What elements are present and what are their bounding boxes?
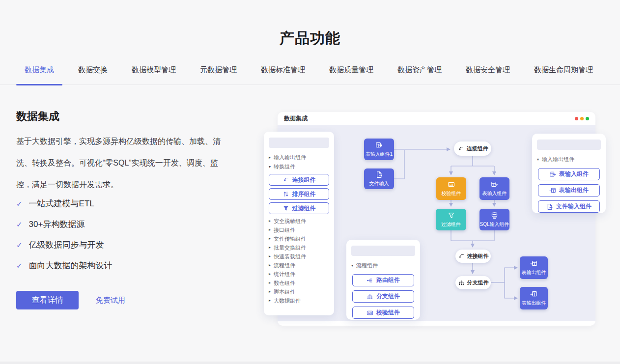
section-bigdata-components[interactable]: 大数据组件	[264, 296, 334, 305]
connect-component-button[interactable]: 连接组件	[269, 174, 329, 186]
check-icon: ✓	[16, 241, 23, 250]
tab-data-security-mgmt[interactable]: 数据安全管理	[457, 63, 518, 84]
feature-item: ✓ 亿级数据同步与开发	[16, 240, 113, 250]
window-title: 数据集成	[284, 114, 308, 123]
section-statistics-components[interactable]: 统计组件	[264, 270, 334, 279]
branch-component-button[interactable]: 分支组件	[352, 290, 414, 303]
node-check[interactable]: 123 校验组件	[436, 177, 466, 200]
search-input[interactable]	[269, 138, 329, 148]
feature-list: ✓ 一站式建模与ETL ✓ 30+异构数据源 ✓ 亿级数据同步与开发 ✓ 面向大…	[16, 198, 113, 281]
section-description: 基于大数据引擎，实现多源异构亿级数据的传输、加载、清洗、转换及整合。可视化“零S…	[16, 131, 229, 196]
caret-down-icon	[351, 264, 353, 268]
section-io-components[interactable]: 输入输出组件	[264, 153, 334, 162]
node-connect-1[interactable]: 连接组件	[454, 141, 491, 156]
component-panel-left: 输入输出组件 转换组件 连接组件 排序组件 过滤组件 安全脱敏组件 接口组件 文…	[264, 132, 334, 315]
cta-row: 查看详情 免费试用	[16, 291, 125, 309]
tab-data-lifecycle-mgmt[interactable]: 数据生命周期管理	[526, 63, 601, 84]
window-dot-green-icon[interactable]	[586, 117, 589, 120]
caret-right-icon	[269, 156, 271, 160]
tab-data-exchange[interactable]: 数据交换	[70, 63, 116, 84]
caret-down-icon	[269, 165, 271, 169]
caret-right-icon	[269, 246, 271, 250]
caret-right-icon	[269, 228, 271, 232]
tab-data-standard-mgmt[interactable]: 数据标准管理	[253, 63, 313, 84]
window-dot-red-icon[interactable]	[575, 117, 578, 120]
table-input-icon	[549, 171, 556, 178]
route-icon	[366, 277, 373, 284]
caret-right-icon	[269, 237, 271, 241]
check-component-button[interactable]: 123 校验组件	[352, 307, 414, 319]
table-output-icon	[530, 260, 537, 267]
node-table-input-1[interactable]: 表输入组件1	[364, 139, 394, 160]
node-file-input[interactable]: 文件输入	[364, 168, 394, 189]
table-output-icon	[549, 187, 556, 194]
search-input[interactable]	[537, 140, 601, 150]
caret-right-icon	[269, 263, 271, 267]
table-input-icon	[491, 181, 498, 188]
search-input[interactable]	[351, 246, 415, 256]
node-branch[interactable]: 分支组件	[455, 276, 491, 289]
section-masking-components[interactable]: 安全脱敏组件	[264, 217, 334, 225]
section-flow-components[interactable]: 流程组件	[264, 261, 334, 270]
component-panel-io: 输入输出组件 表输入组件 表输出组件 文件输入组件	[532, 134, 606, 213]
view-details-button[interactable]: 查看详情	[16, 291, 79, 309]
section-transform-components[interactable]: 转换组件	[264, 162, 334, 171]
svg-text:123: 123	[368, 311, 372, 314]
app-window-data-integration: 数据集成	[278, 112, 595, 326]
section-script-components[interactable]: 脚本组件	[264, 287, 334, 296]
node-table-output-2[interactable]: 表输出组件	[520, 287, 548, 309]
free-trial-link[interactable]: 免费试用	[96, 296, 125, 305]
table-input-icon	[375, 141, 383, 149]
caret-right-icon	[269, 290, 271, 294]
table-input-component-button[interactable]: 表输入组件	[538, 168, 600, 180]
svg-text:SQL: SQL	[493, 216, 496, 218]
caret-down-icon	[537, 158, 539, 162]
file-input-component-button[interactable]: 文件输入组件	[538, 200, 600, 213]
feature-item: ✓ 一站式建模与ETL	[16, 198, 113, 209]
page: 产品功能 数据集成 数据交换 数据模型管理 元数据管理 数据标准管理 数据质量管…	[0, 0, 620, 364]
section-interface-components[interactable]: 接口组件	[264, 225, 334, 234]
sort-component-button[interactable]: 排序组件	[269, 188, 329, 200]
check-icon: ✓	[16, 199, 23, 208]
funnel-icon	[282, 205, 289, 212]
route-component-button[interactable]: 路由组件	[352, 274, 414, 286]
branch-icon	[458, 280, 465, 286]
tab-data-model-mgmt[interactable]: 数据模型管理	[123, 63, 184, 84]
caret-right-icon	[269, 219, 271, 223]
node-table-input[interactable]: 表输入组件	[479, 177, 509, 200]
filter-component-button[interactable]: 过滤组件	[269, 202, 329, 214]
node-sql-input[interactable]: SQL SQL输入组件	[479, 209, 509, 230]
tab-metadata-mgmt[interactable]: 元数据管理	[192, 63, 245, 84]
component-panel-flow: 流程组件 路由组件 分支组件 123 校验组件	[346, 240, 420, 320]
section-warehouse-components[interactable]: 数仓组件	[264, 279, 334, 287]
connector-icon	[457, 145, 464, 152]
svg-text:123: 123	[449, 183, 453, 186]
funnel-icon	[448, 212, 455, 219]
section-io-components[interactable]: 输入输出组件	[532, 155, 606, 164]
section-fast-load-components[interactable]: 快速装载组件	[264, 252, 334, 261]
window-controls	[575, 117, 589, 120]
section-flow-components[interactable]: 流程组件	[346, 261, 420, 270]
tab-data-asset-mgmt[interactable]: 数据资产管理	[389, 63, 450, 84]
validate-123-icon: 123	[366, 309, 373, 316]
node-filter[interactable]: 过滤组件	[436, 209, 466, 230]
feature-item: ✓ 30+异构数据源	[16, 219, 113, 229]
sort-icon	[282, 191, 289, 197]
check-icon: ✓	[16, 220, 23, 229]
window-dot-yellow-icon[interactable]	[580, 117, 584, 120]
section-heading: 数据集成	[16, 109, 59, 124]
tab-data-quality-mgmt[interactable]: 数据质量管理	[321, 63, 382, 84]
branch-icon	[366, 293, 373, 300]
window-titlebar: 数据集成	[278, 112, 595, 125]
table-output-icon	[530, 290, 537, 298]
table-output-component-button[interactable]: 表输出组件	[538, 184, 600, 196]
node-connect-2[interactable]: 连接组件	[455, 250, 491, 263]
node-table-output-1[interactable]: 表输出组件	[520, 256, 548, 279]
page-title: 产品功能	[0, 28, 620, 49]
caret-right-icon	[269, 281, 271, 285]
tab-data-integration[interactable]: 数据集成	[16, 63, 62, 84]
section-file-transfer-components[interactable]: 文件传输组件	[264, 234, 334, 243]
section-batch-exchange-components[interactable]: 批量交换组件	[264, 243, 334, 252]
feature-tabs: 数据集成 数据交换 数据模型管理 元数据管理 数据标准管理 数据质量管理 数据资…	[0, 63, 620, 85]
file-input-icon	[375, 171, 383, 178]
